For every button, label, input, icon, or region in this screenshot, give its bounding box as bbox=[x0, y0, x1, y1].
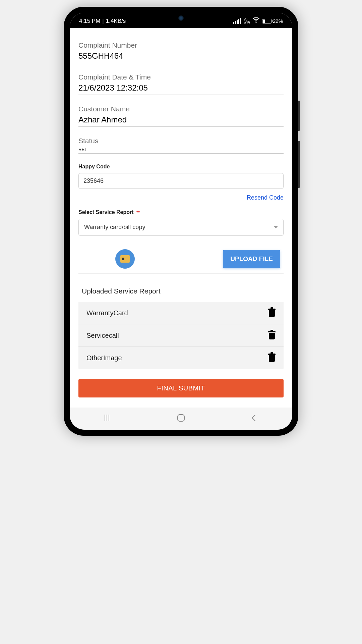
dropdown-selected-value: Warranty card/bill copy bbox=[84, 224, 145, 231]
status-label: Status bbox=[78, 137, 284, 145]
camera-icon[interactable] bbox=[115, 249, 135, 269]
uploaded-report-header: Uploaded Service Report bbox=[82, 287, 284, 295]
navigation-bar bbox=[70, 408, 292, 430]
status-time: 4:15 PM bbox=[79, 18, 100, 24]
recent-apps-button[interactable] bbox=[100, 413, 114, 423]
status-field: Status RET bbox=[78, 137, 284, 154]
trash-icon[interactable] bbox=[268, 331, 276, 340]
trash-icon[interactable] bbox=[268, 309, 276, 317]
complaint-datetime-label: Complaint Date & Time bbox=[78, 73, 284, 81]
list-item: Servicecall bbox=[78, 324, 284, 347]
status-value: RET bbox=[78, 147, 284, 154]
vo-wifi-icon: VoWiFi bbox=[244, 18, 250, 24]
happy-code-label: Happy Code bbox=[78, 164, 284, 170]
final-submit-button[interactable]: FINAL SUBMIT bbox=[78, 379, 284, 397]
customer-name-field: Customer Name Azhar Ahmed bbox=[78, 105, 284, 127]
uploaded-file-name: WarrantyCard bbox=[86, 309, 128, 317]
front-camera bbox=[178, 15, 184, 21]
required-marker: ** bbox=[136, 210, 139, 215]
customer-name-label: Customer Name bbox=[78, 105, 284, 113]
battery-indicator: 22% bbox=[262, 18, 283, 24]
status-separator: | bbox=[102, 18, 104, 24]
form-content: Complaint Number 555GHH464 Complaint Dat… bbox=[70, 28, 292, 408]
complaint-datetime-value: 21/6/2023 12:32:05 bbox=[78, 83, 284, 95]
signal-icon bbox=[233, 18, 241, 24]
service-report-dropdown[interactable]: Warranty card/bill copy bbox=[78, 219, 284, 236]
battery-percent: 22% bbox=[273, 18, 283, 24]
list-item: WarrantyCard bbox=[78, 302, 284, 324]
complaint-datetime-field: Complaint Date & Time 21/6/2023 12:32:05 bbox=[78, 73, 284, 95]
home-button[interactable] bbox=[174, 413, 188, 423]
uploaded-file-name: Servicecall bbox=[86, 332, 119, 339]
list-item: OtherImage bbox=[78, 347, 284, 369]
uploaded-list: WarrantyCard Servicecall OtherImage bbox=[78, 302, 284, 369]
back-button[interactable] bbox=[248, 413, 262, 423]
customer-name-value: Azhar Ahmed bbox=[78, 115, 284, 127]
select-report-label: Select Service Report ** bbox=[78, 209, 284, 215]
upload-row: UPLOAD FILE bbox=[78, 249, 284, 274]
network-speed: 1.4KB/s bbox=[106, 18, 126, 24]
complaint-number-label: Complaint Number bbox=[78, 41, 284, 49]
resend-code-link[interactable]: Resend Code bbox=[247, 194, 284, 201]
uploaded-file-name: OtherImage bbox=[86, 354, 122, 362]
happy-code-input[interactable] bbox=[78, 173, 284, 189]
chevron-down-icon bbox=[274, 226, 278, 228]
complaint-number-field: Complaint Number 555GHH464 bbox=[78, 41, 284, 63]
wifi-icon bbox=[253, 17, 259, 24]
complaint-number-value: 555GHH464 bbox=[78, 51, 284, 63]
phone-frame: 4:15 PM | 1.4KB/s VoWiFi 22% bbox=[64, 7, 298, 436]
upload-file-button[interactable]: UPLOAD FILE bbox=[223, 250, 280, 268]
trash-icon[interactable] bbox=[268, 354, 276, 362]
